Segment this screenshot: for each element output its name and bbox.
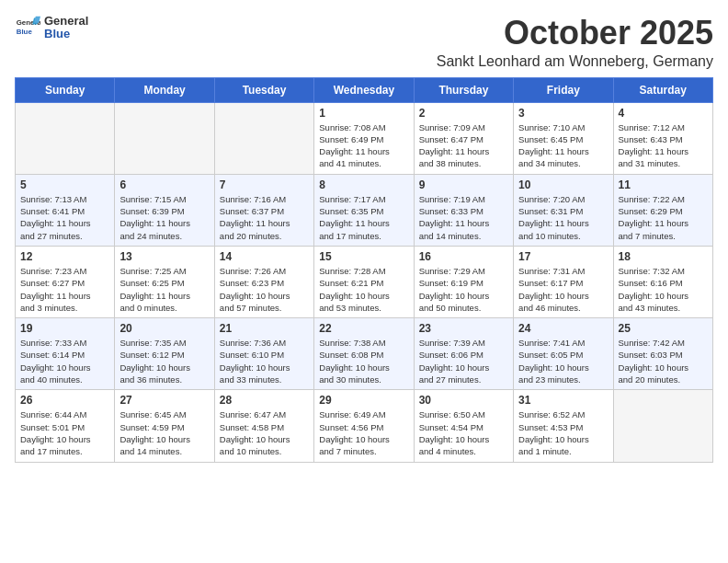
day-info: Sunrise: 7:28 AM Sunset: 6:21 PM Dayligh…	[319, 265, 408, 314]
day-info: Sunrise: 7:10 AM Sunset: 6:45 PM Dayligh…	[518, 121, 608, 170]
calendar-cell: 11Sunrise: 7:22 AM Sunset: 6:29 PM Dayli…	[613, 174, 712, 246]
day-info: Sunrise: 7:20 AM Sunset: 6:31 PM Dayligh…	[518, 193, 608, 242]
day-number: 31	[518, 394, 608, 407]
day-info: Sunrise: 7:36 AM Sunset: 6:10 PM Dayligh…	[220, 337, 309, 385]
day-info: Sunrise: 7:22 AM Sunset: 6:29 PM Dayligh…	[619, 193, 708, 242]
day-number: 7	[220, 178, 309, 191]
day-info: Sunrise: 6:52 AM Sunset: 4:53 PM Dayligh…	[518, 408, 608, 457]
calendar-week-row: 12Sunrise: 7:23 AM Sunset: 6:27 PM Dayli…	[16, 246, 713, 317]
calendar-cell: 27Sunrise: 6:45 AM Sunset: 4:59 PM Dayli…	[115, 390, 214, 462]
day-info: Sunrise: 7:41 AM Sunset: 6:05 PM Dayligh…	[518, 337, 608, 385]
day-info: Sunrise: 6:45 AM Sunset: 4:59 PM Dayligh…	[119, 408, 209, 457]
logo-blue: Blue	[44, 28, 88, 40]
calendar-cell: 9Sunrise: 7:19 AM Sunset: 6:33 PM Daylig…	[414, 174, 513, 246]
day-info: Sunrise: 7:12 AM Sunset: 6:43 PM Dayligh…	[619, 121, 708, 170]
calendar-cell: 25Sunrise: 7:42 AM Sunset: 6:03 PM Dayli…	[613, 318, 712, 390]
day-info: Sunrise: 7:31 AM Sunset: 6:17 PM Dayligh…	[518, 265, 608, 314]
day-info: Sunrise: 7:08 AM Sunset: 6:49 PM Dayligh…	[319, 121, 408, 170]
day-number: 4	[619, 107, 708, 120]
day-info: Sunrise: 7:35 AM Sunset: 6:12 PM Dayligh…	[119, 337, 209, 385]
day-number: 26	[20, 394, 109, 407]
title-area: October 2025 Sankt Leonhard am Wonneberg…	[437, 15, 713, 70]
logo-general: General	[44, 15, 88, 28]
day-info: Sunrise: 7:38 AM Sunset: 6:08 PM Dayligh…	[319, 337, 408, 385]
day-info: Sunrise: 7:39 AM Sunset: 6:06 PM Dayligh…	[419, 337, 508, 385]
day-number: 29	[319, 394, 408, 407]
day-number: 20	[119, 322, 209, 335]
calendar-cell: 14Sunrise: 7:26 AM Sunset: 6:23 PM Dayli…	[214, 246, 313, 317]
calendar-cell: 12Sunrise: 7:23 AM Sunset: 6:27 PM Dayli…	[16, 246, 115, 317]
day-number: 18	[619, 250, 708, 263]
day-number: 17	[518, 250, 608, 263]
day-number: 24	[518, 322, 608, 335]
day-number: 25	[619, 322, 708, 335]
day-number: 12	[20, 250, 109, 263]
day-info: Sunrise: 6:47 AM Sunset: 4:58 PM Dayligh…	[220, 408, 309, 457]
calendar-cell: 2Sunrise: 7:09 AM Sunset: 6:47 PM Daylig…	[414, 102, 513, 174]
day-info: Sunrise: 7:15 AM Sunset: 6:39 PM Dayligh…	[119, 193, 209, 242]
calendar-week-row: 5Sunrise: 7:13 AM Sunset: 6:41 PM Daylig…	[16, 174, 713, 246]
day-number: 22	[319, 322, 408, 335]
day-info: Sunrise: 7:09 AM Sunset: 6:47 PM Dayligh…	[419, 121, 508, 170]
day-number: 8	[319, 178, 408, 191]
day-number: 9	[419, 178, 508, 191]
day-info: Sunrise: 7:23 AM Sunset: 6:27 PM Dayligh…	[20, 265, 109, 314]
calendar-cell: 10Sunrise: 7:20 AM Sunset: 6:31 PM Dayli…	[514, 174, 613, 246]
calendar-cell: 5Sunrise: 7:13 AM Sunset: 6:41 PM Daylig…	[16, 174, 115, 246]
day-number: 6	[119, 178, 209, 191]
svg-text:Blue: Blue	[17, 28, 33, 36]
calendar-cell: 8Sunrise: 7:17 AM Sunset: 6:35 PM Daylig…	[314, 174, 414, 246]
calendar-table: SundayMondayTuesdayWednesdayThursdayFrid…	[15, 77, 713, 463]
day-info: Sunrise: 7:16 AM Sunset: 6:37 PM Dayligh…	[220, 193, 309, 242]
calendar-cell: 30Sunrise: 6:50 AM Sunset: 4:54 PM Dayli…	[414, 390, 513, 462]
day-number: 5	[20, 178, 109, 191]
calendar-cell: 18Sunrise: 7:32 AM Sunset: 6:16 PM Dayli…	[613, 246, 712, 317]
day-info: Sunrise: 7:26 AM Sunset: 6:23 PM Dayligh…	[220, 265, 309, 314]
calendar-cell: 21Sunrise: 7:36 AM Sunset: 6:10 PM Dayli…	[214, 318, 313, 390]
day-header-thursday: Thursday	[414, 77, 513, 102]
calendar-cell: 3Sunrise: 7:10 AM Sunset: 6:45 PM Daylig…	[514, 102, 613, 174]
calendar-cell: 17Sunrise: 7:31 AM Sunset: 6:17 PM Dayli…	[514, 246, 613, 317]
day-number: 15	[319, 250, 408, 263]
day-number: 11	[619, 178, 708, 191]
day-info: Sunrise: 7:19 AM Sunset: 6:33 PM Dayligh…	[419, 193, 508, 242]
calendar-cell	[214, 102, 313, 174]
day-info: Sunrise: 7:42 AM Sunset: 6:03 PM Dayligh…	[619, 337, 708, 385]
calendar-cell: 26Sunrise: 6:44 AM Sunset: 5:01 PM Dayli…	[16, 390, 115, 462]
day-number: 2	[419, 107, 508, 120]
calendar-cell: 13Sunrise: 7:25 AM Sunset: 6:25 PM Dayli…	[115, 246, 214, 317]
calendar-cell: 7Sunrise: 7:16 AM Sunset: 6:37 PM Daylig…	[214, 174, 313, 246]
calendar-week-row: 26Sunrise: 6:44 AM Sunset: 5:01 PM Dayli…	[16, 390, 713, 462]
day-number: 19	[20, 322, 109, 335]
day-number: 13	[119, 250, 209, 263]
day-info: Sunrise: 7:32 AM Sunset: 6:16 PM Dayligh…	[619, 265, 708, 314]
calendar-cell	[16, 102, 115, 174]
location-title: Sankt Leonhard am Wonneberg, Germany	[437, 53, 713, 70]
logo: General Blue General Blue	[15, 15, 88, 41]
day-header-saturday: Saturday	[613, 77, 712, 102]
day-number: 27	[119, 394, 209, 407]
calendar-cell: 31Sunrise: 6:52 AM Sunset: 4:53 PM Dayli…	[514, 390, 613, 462]
day-header-wednesday: Wednesday	[314, 77, 414, 102]
calendar-cell: 16Sunrise: 7:29 AM Sunset: 6:19 PM Dayli…	[414, 246, 513, 317]
day-number: 14	[220, 250, 309, 263]
day-number: 23	[419, 322, 508, 335]
calendar-week-row: 1Sunrise: 7:08 AM Sunset: 6:49 PM Daylig…	[16, 102, 713, 174]
day-info: Sunrise: 6:49 AM Sunset: 4:56 PM Dayligh…	[319, 408, 408, 457]
page-header: General Blue General Blue October 2025 S…	[15, 15, 713, 70]
calendar-cell: 29Sunrise: 6:49 AM Sunset: 4:56 PM Dayli…	[314, 390, 414, 462]
calendar-cell: 19Sunrise: 7:33 AM Sunset: 6:14 PM Dayli…	[16, 318, 115, 390]
day-number: 10	[518, 178, 608, 191]
calendar-cell: 24Sunrise: 7:41 AM Sunset: 6:05 PM Dayli…	[514, 318, 613, 390]
calendar-cell	[115, 102, 214, 174]
calendar-cell: 22Sunrise: 7:38 AM Sunset: 6:08 PM Dayli…	[314, 318, 414, 390]
day-info: Sunrise: 7:33 AM Sunset: 6:14 PM Dayligh…	[20, 337, 109, 385]
day-info: Sunrise: 7:25 AM Sunset: 6:25 PM Dayligh…	[119, 265, 209, 314]
day-number: 21	[220, 322, 309, 335]
day-header-tuesday: Tuesday	[214, 77, 313, 102]
day-info: Sunrise: 7:17 AM Sunset: 6:35 PM Dayligh…	[319, 193, 408, 242]
calendar-cell: 1Sunrise: 7:08 AM Sunset: 6:49 PM Daylig…	[314, 102, 414, 174]
calendar-cell: 20Sunrise: 7:35 AM Sunset: 6:12 PM Dayli…	[115, 318, 214, 390]
day-info: Sunrise: 7:29 AM Sunset: 6:19 PM Dayligh…	[419, 265, 508, 314]
month-title: October 2025	[437, 15, 713, 52]
